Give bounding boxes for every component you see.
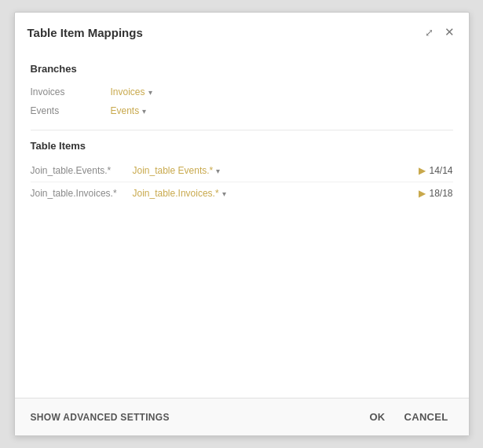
table-item-count-events: ▶ 14/14 bbox=[419, 165, 452, 176]
ok-button[interactable]: OK bbox=[364, 408, 390, 426]
branch-dropdown-invoices[interactable]: ▾ bbox=[148, 88, 152, 97]
table-item-row-invoices: Join_table.Invoices.* Join_table.Invoice… bbox=[31, 182, 453, 204]
branches-section: Branches Invoices Invoices ▾ Events Even… bbox=[31, 63, 453, 120]
header-icons: ⤢ ✕ bbox=[423, 24, 456, 41]
branch-value-text-events: Events bbox=[111, 105, 140, 116]
dialog-header: Table Item Mappings ⤢ ✕ bbox=[15, 13, 469, 49]
dialog-body: Branches Invoices Invoices ▾ Events Even… bbox=[15, 49, 469, 398]
table-item-target-text-invoices: Join_table.Invoices.* bbox=[133, 188, 219, 199]
table-item-dropdown-invoices[interactable]: ▾ bbox=[222, 189, 226, 198]
dialog-footer: SHOW ADVANCED SETTINGS OK CANCEL bbox=[15, 398, 469, 435]
footer-buttons: OK CANCEL bbox=[364, 408, 452, 426]
close-button[interactable]: ✕ bbox=[443, 24, 456, 41]
branch-value-events: Events ▾ bbox=[111, 105, 147, 116]
table-items-section-title: Table Items bbox=[31, 140, 453, 152]
branch-dropdown-events[interactable]: ▾ bbox=[142, 107, 146, 116]
section-divider bbox=[31, 130, 453, 130]
table-item-target-invoices: Join_table.Invoices.* ▾ bbox=[133, 188, 419, 199]
branch-value-invoices: Invoices ▾ bbox=[111, 86, 152, 97]
table-item-dropdown-events[interactable]: ▾ bbox=[216, 167, 220, 175]
count-value-events: 14/14 bbox=[429, 165, 452, 176]
branch-label-invoices: Invoices bbox=[31, 86, 101, 97]
count-arrow-invoices: ▶ bbox=[419, 188, 426, 199]
table-item-source-invoices: Join_table.Invoices.* bbox=[31, 188, 133, 199]
dialog-title: Table Item Mappings bbox=[27, 26, 143, 39]
branches-section-title: Branches bbox=[31, 63, 453, 75]
table-item-target-text-events: Join_table Events.* bbox=[133, 165, 214, 176]
branch-label-events: Events bbox=[31, 105, 101, 116]
branch-value-text-invoices: Invoices bbox=[111, 86, 145, 97]
branch-row-events: Events Events ▾ bbox=[31, 101, 453, 120]
table-item-mappings-dialog: Table Item Mappings ⤢ ✕ Branches Invoice… bbox=[14, 12, 470, 436]
table-item-count-invoices: ▶ 18/18 bbox=[419, 188, 452, 199]
cancel-button[interactable]: CANCEL bbox=[400, 408, 453, 426]
count-value-invoices: 18/18 bbox=[429, 188, 452, 199]
expand-button[interactable]: ⤢ bbox=[423, 25, 435, 40]
table-item-row-events: Join_table.Events.* Join_table Events.* … bbox=[31, 160, 453, 182]
branch-row-invoices: Invoices Invoices ▾ bbox=[31, 83, 453, 101]
table-items-section: Table Items Join_table.Events.* Join_tab… bbox=[31, 140, 453, 204]
table-item-target-events: Join_table Events.* ▾ bbox=[133, 165, 419, 176]
expand-icon: ⤢ bbox=[425, 27, 434, 39]
count-arrow-events: ▶ bbox=[419, 165, 426, 176]
close-icon: ✕ bbox=[445, 25, 455, 39]
table-item-source-events: Join_table.Events.* bbox=[31, 165, 133, 176]
show-advanced-settings-button[interactable]: SHOW ADVANCED SETTINGS bbox=[31, 412, 170, 423]
